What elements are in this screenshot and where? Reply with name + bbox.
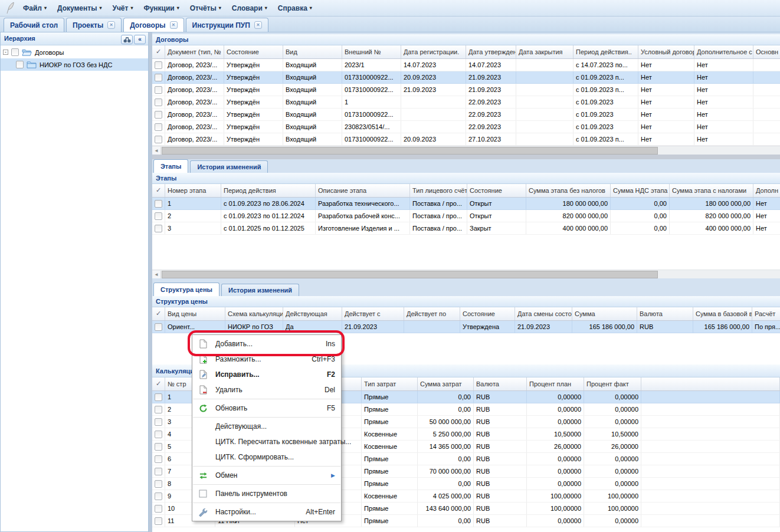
- scrollbar-thumb[interactable]: [162, 147, 658, 155]
- row-checkbox[interactable]: [155, 323, 162, 331]
- column-header-Тип лицевого счёт[interactable]: Тип лицевого счёт: [410, 184, 467, 197]
- column-header-Сумма этапа без налогов[interactable]: Сумма этапа без налогов: [526, 184, 611, 197]
- column-header-Дата регистрации.[interactable]: Дата регистрации.: [401, 45, 466, 58]
- column-header-Действует с[interactable]: Действует с: [342, 307, 404, 320]
- context-menu-item-refresh[interactable]: ОбновитьF5: [192, 400, 341, 416]
- column-header-Описание этапа[interactable]: Описание этапа: [316, 184, 410, 197]
- column-header-Процент факт[interactable]: Процент факт: [584, 377, 641, 390]
- column-header-Сумма этапа с налогами[interactable]: Сумма этапа с налогами: [670, 184, 753, 197]
- tree-node-НИОКР по ГОЗ без НДС[interactable]: НИОКР по ГОЗ без НДС: [1, 58, 148, 71]
- row-checkbox[interactable]: [155, 393, 162, 401]
- row-checkbox[interactable]: [155, 406, 162, 413]
- table-row[interactable]: Договор, 2023/...УтверждёнВходящий017310…: [152, 84, 780, 96]
- main-tab-Инструкции ПУП[interactable]: Инструкции ПУП×: [186, 18, 268, 32]
- context-menu-item-settings[interactable]: Настройки...Alt+Enter: [192, 504, 341, 520]
- column-header-Основн[interactable]: Основн: [753, 45, 780, 58]
- column-header-Сумма[interactable]: Сумма: [572, 307, 637, 320]
- menubar-item-Учёт[interactable]: Учёт▾: [107, 2, 138, 15]
- context-menu-item-duplicate[interactable]: Размножить...Ctrl+F3: [192, 352, 341, 367]
- tree-node-checkbox[interactable]: [11, 48, 19, 56]
- select-all-column-header[interactable]: ✓: [152, 377, 165, 390]
- context-menu-item-add[interactable]: Добавить...Ins: [192, 336, 341, 352]
- subtab-История изменений[interactable]: История изменений: [190, 160, 268, 173]
- context-menu-item-delete[interactable]: УдалитьDel: [192, 382, 341, 398]
- row-checkbox[interactable]: [155, 225, 162, 232]
- select-all-column-header[interactable]: ✓: [152, 307, 165, 320]
- column-header-Процент план[interactable]: Процент план: [527, 377, 584, 390]
- row-checkbox[interactable]: [155, 86, 162, 94]
- menubar-item-Отчёты[interactable]: Отчёты▾: [185, 2, 227, 15]
- column-header-Дата смены состоя[interactable]: Дата смены состоя: [515, 307, 572, 320]
- column-header-Условный договор[interactable]: Условный договор: [638, 45, 694, 58]
- menubar-item-Файл[interactable]: Файл▾: [18, 2, 52, 15]
- row-checkbox[interactable]: [155, 136, 162, 143]
- row-checkbox[interactable]: [155, 111, 162, 119]
- column-header-Состояние[interactable]: Состояние: [460, 307, 515, 320]
- tab-close-icon[interactable]: ×: [170, 21, 178, 29]
- scroll-left-arrow-icon[interactable]: ◄: [152, 271, 161, 278]
- table-row[interactable]: Ориент...НИОКР по ГОЗДа21.09.2023Утвержд…: [152, 321, 780, 333]
- table-row[interactable]: 3с 01.01.2025 по 01.12.2025Изготовление …: [152, 222, 780, 235]
- scrollbar-thumb[interactable]: [162, 271, 658, 278]
- column-header-Дополнительное с[interactable]: Дополнительное с: [694, 45, 753, 58]
- table-row[interactable]: 2с 01.09.2023 по 01.12.2024Разработка ра…: [152, 210, 780, 222]
- tab-close-icon[interactable]: ×: [254, 21, 262, 29]
- tab-close-icon[interactable]: ×: [107, 21, 115, 29]
- tree-expander-icon[interactable]: -: [3, 50, 8, 55]
- row-checkbox[interactable]: [155, 200, 162, 208]
- column-header-Сумма в базовой в[interactable]: Сумма в базовой в: [693, 307, 752, 320]
- subtab-Этапы[interactable]: Этапы: [153, 159, 188, 173]
- table-row[interactable]: Договор, 2023/...УтверждёнВходящий2023/1…: [152, 59, 780, 71]
- table-row[interactable]: Договор, 2023/...УтверждёнВходящий017310…: [152, 133, 780, 146]
- tree-node-Договоры[interactable]: -Договоры: [1, 46, 148, 58]
- column-header-blank[interactable]: [641, 377, 780, 390]
- row-checkbox[interactable]: [155, 431, 162, 438]
- row-checkbox[interactable]: [155, 418, 162, 426]
- row-checkbox[interactable]: [155, 455, 162, 463]
- scroll-left-arrow-icon[interactable]: ◄: [152, 147, 161, 155]
- hierarchy-collapse-button[interactable]: «: [134, 35, 146, 44]
- column-header-Сумма НДС этапа[interactable]: Сумма НДС этапа: [611, 184, 670, 197]
- select-all-column-header[interactable]: ✓: [152, 184, 165, 197]
- column-header-Дата закрытия[interactable]: Дата закрытия: [516, 45, 573, 58]
- context-menu-item-toolbar-panel[interactable]: Панель инструментов: [192, 486, 341, 501]
- row-checkbox[interactable]: [155, 61, 162, 69]
- column-header-Период действия..[interactable]: Период действия..: [573, 45, 638, 58]
- main-tab-Рабочий стол[interactable]: Рабочий стол: [4, 18, 64, 32]
- column-header-Период действия[interactable]: Период действия: [221, 184, 316, 197]
- hierarchy-search-button[interactable]: [121, 35, 133, 44]
- row-checkbox[interactable]: [155, 98, 162, 106]
- column-header-Действующая[interactable]: Действующая: [283, 307, 342, 320]
- menubar-item-Функции[interactable]: Функции▾: [138, 2, 184, 15]
- column-header-Расчёт[interactable]: Расчёт: [752, 307, 780, 320]
- column-header-Действует по[interactable]: Действует по: [404, 307, 460, 320]
- main-tab-Проекты[interactable]: Проекты×: [66, 18, 122, 32]
- row-checkbox[interactable]: [155, 443, 162, 451]
- column-header-Валюта[interactable]: Валюта: [474, 377, 527, 390]
- column-header-Номер этапа[interactable]: Номер этапа: [165, 184, 221, 197]
- main-tab-Договоры[interactable]: Договоры×: [123, 18, 183, 32]
- column-header-Документ (тип, №[interactable]: Документ (тип, №: [165, 45, 224, 58]
- column-header-Тип затрат[interactable]: Тип затрат: [362, 377, 418, 390]
- row-checkbox[interactable]: [155, 74, 162, 81]
- column-header-Вид[interactable]: Вид: [283, 45, 342, 58]
- subtab-Структура цены[interactable]: Структура цены: [153, 283, 219, 296]
- select-all-column-header[interactable]: ✓: [152, 45, 165, 58]
- table-row[interactable]: Договор, 2023/...УтверждёнВходящий230823…: [152, 121, 780, 133]
- row-checkbox[interactable]: [155, 480, 162, 488]
- contracts-hscrollbar[interactable]: ◄: [152, 146, 780, 155]
- column-header-Валюта[interactable]: Валюта: [637, 307, 693, 320]
- column-header-Состояние[interactable]: Состояние: [467, 184, 526, 197]
- context-menu-item-exchange[interactable]: Обмен▶: [192, 468, 341, 483]
- subtab-История изменений[interactable]: История изменений: [221, 284, 299, 296]
- table-row[interactable]: Договор, 2023/...УтверждёнВходящий017310…: [152, 109, 780, 121]
- table-row[interactable]: Договор, 2023/...УтверждёнВходящий122.09…: [152, 96, 780, 109]
- menubar-item-Справка[interactable]: Справка▾: [273, 2, 317, 15]
- menubar-item-Словари[interactable]: Словари▾: [227, 2, 273, 15]
- column-header-Дополн[interactable]: Дополн: [753, 184, 780, 197]
- column-header-Схема калькуляци[interactable]: Схема калькуляци: [225, 307, 283, 320]
- stages-hscrollbar[interactable]: ◄: [152, 270, 780, 278]
- column-header-Внешний №[interactable]: Внешний №: [342, 45, 401, 58]
- context-menu-item-citk-recalc[interactable]: ЦИТК. Пересчитать косвенные затраты...: [192, 434, 341, 449]
- context-menu-item-citk-form[interactable]: ЦИТК. Сформировать...: [192, 449, 341, 465]
